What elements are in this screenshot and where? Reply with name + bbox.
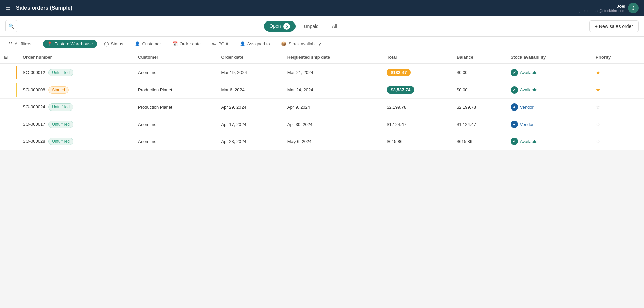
status-badge: Started: [48, 86, 69, 94]
total-cell: $615.86: [383, 133, 452, 150]
order-date: Apr 17, 2024: [221, 122, 246, 127]
filter-chip-assigned-to[interactable]: 👤 Assigned to: [235, 39, 274, 48]
user-avatar[interactable]: J: [628, 3, 639, 13]
ship-date: Mar 21, 2024: [287, 70, 313, 75]
order-date-cell: Mar 6, 2024: [217, 81, 283, 99]
col-indicator: [16, 51, 19, 63]
new-sales-order-button[interactable]: + New sales order: [589, 20, 639, 32]
tab-all[interactable]: All: [327, 21, 343, 31]
priority-cell[interactable]: ★: [592, 63, 644, 81]
order-date: Apr 29, 2024: [221, 105, 246, 110]
filter-chip-customer[interactable]: 👤 Customer: [130, 39, 165, 48]
row-drag[interactable]: ⋮⋮: [0, 133, 16, 150]
topbar: ☰ Sales orders (Sample) Joel joel.tennan…: [0, 0, 644, 16]
priority-star[interactable]: ☆: [596, 104, 600, 110]
status-badge: Unfulfilled: [48, 69, 73, 76]
priority-star[interactable]: ★: [596, 70, 600, 75]
row-drag[interactable]: ⋮⋮: [0, 99, 16, 116]
filter-chip-warehouse[interactable]: 📍 Eastern Warehouse: [43, 40, 97, 48]
row-indicator: [16, 81, 19, 99]
table-row[interactable]: ⋮⋮ SO-000028 Unfulfilled Anom Inc. Apr 2…: [0, 133, 644, 150]
customer-cell[interactable]: Production Planet: [134, 99, 217, 116]
order-number-cell[interactable]: SO-000024 Unfulfilled: [19, 99, 134, 116]
col-check: ⊞: [0, 51, 16, 63]
total-cell: $182.47: [383, 63, 452, 81]
row-indicator: [16, 63, 19, 81]
col-priority[interactable]: Priority ↑: [592, 51, 644, 63]
location-icon: 📍: [47, 41, 52, 46]
ship-date-cell: Apr 9, 2024: [283, 99, 383, 116]
all-filters-button[interactable]: ☷ All filters: [5, 40, 35, 48]
order-date: Mar 19, 2024: [221, 70, 247, 75]
row-indicator: [16, 116, 19, 133]
stock-cell: ✓ Available: [506, 63, 592, 81]
table-row[interactable]: ⋮⋮ SO-000008 Started Production Planet M…: [0, 81, 644, 99]
priority-star[interactable]: ★: [596, 87, 600, 93]
table-row[interactable]: ⋮⋮ SO-000024 Unfulfilled Production Plan…: [0, 99, 644, 116]
customer-cell[interactable]: Anom Inc.: [134, 63, 217, 81]
priority-cell[interactable]: ☆: [592, 99, 644, 116]
order-number-cell[interactable]: SO-000028 Unfulfilled: [19, 133, 134, 150]
priority-star[interactable]: ☆: [596, 122, 600, 127]
filter-chip-status[interactable]: ◯ Status: [100, 39, 128, 48]
stock-available: ✓ Available: [511, 69, 588, 76]
hamburger-menu-icon[interactable]: ☰: [5, 4, 11, 12]
priority-cell[interactable]: ★: [592, 81, 644, 99]
stock-cell: ● Vendor: [506, 116, 592, 133]
order-number-cell[interactable]: SO-000008 Started: [19, 81, 134, 99]
customer-cell[interactable]: Anom Inc.: [134, 116, 217, 133]
search-button[interactable]: 🔍: [5, 20, 17, 32]
order-number: SO-000012: [23, 70, 45, 75]
order-number: SO-000024: [23, 104, 45, 109]
stock-cell: ● Vendor: [506, 99, 592, 116]
balance-cell: $2,199.78: [452, 99, 506, 116]
app-title: Sales orders (Sample): [16, 5, 72, 11]
order-number: SO-000008: [23, 87, 45, 92]
filter-chip-stock[interactable]: 📦 Stock availability: [277, 39, 325, 48]
order-number-cell[interactable]: SO-000017 Unfulfilled: [19, 116, 134, 133]
balance-cell: $0.00: [452, 63, 506, 81]
table-row[interactable]: ⋮⋮ SO-000017 Unfulfilled Anom Inc. Apr 1…: [0, 116, 644, 133]
customer-cell[interactable]: Production Planet: [134, 81, 217, 99]
row-drag[interactable]: ⋮⋮: [0, 81, 16, 99]
ship-date-cell: Mar 21, 2024: [283, 63, 383, 81]
status-badge: Unfulfilled: [48, 121, 73, 128]
customer-name: Production Planet: [138, 87, 172, 92]
order-number-cell[interactable]: SO-000012 Unfulfilled: [19, 63, 134, 81]
order-date-cell: Apr 17, 2024: [217, 116, 283, 133]
priority-cell[interactable]: ☆: [592, 116, 644, 133]
priority-star[interactable]: ☆: [596, 139, 600, 144]
balance-value: $2,199.78: [457, 105, 476, 110]
order-date-cell: Apr 23, 2024: [217, 133, 283, 150]
ship-date-cell: Apr 30, 2024: [283, 116, 383, 133]
open-count: 5: [283, 23, 290, 30]
order-date-cell: Apr 29, 2024: [217, 99, 283, 116]
row-drag[interactable]: ⋮⋮: [0, 116, 16, 133]
balance-value: $0.00: [457, 87, 468, 92]
assigned-person-icon: 👤: [240, 41, 245, 46]
table-row[interactable]: ⋮⋮ SO-000012 Unfulfilled Anom Inc. Mar 1…: [0, 63, 644, 81]
tab-unpaid[interactable]: Unpaid: [298, 21, 324, 31]
priority-cell[interactable]: ☆: [592, 133, 644, 150]
stock-vendor: ● Vendor: [511, 121, 588, 128]
filter-chip-po[interactable]: 🏷 PO #: [208, 39, 233, 48]
total-badge: $182.47: [387, 69, 411, 76]
main-content: 🔍 Open 5 Unpaid All + New sales order ☷ …: [0, 16, 644, 308]
tab-open[interactable]: Open 5: [264, 21, 296, 32]
total-value: $2,199.78: [387, 105, 406, 110]
customer-cell[interactable]: Anom Inc.: [134, 133, 217, 150]
order-number: SO-000028: [23, 139, 45, 144]
total-badge: $3,537.74: [387, 86, 414, 94]
total-cell: $2,199.78: [383, 99, 452, 116]
orders-table: ⊞ Order number Customer Order date Reque…: [0, 51, 644, 150]
stock-cell: ✓ Available: [506, 133, 592, 150]
row-indicator: [16, 99, 19, 116]
check-icon: ✓: [511, 138, 518, 145]
vendor-icon: ●: [511, 103, 518, 111]
order-date-cell: Mar 19, 2024: [217, 63, 283, 81]
ship-date-cell: May 6, 2024: [283, 133, 383, 150]
check-icon: ✓: [511, 86, 518, 94]
row-drag[interactable]: ⋮⋮: [0, 63, 16, 81]
filter-chip-order-date[interactable]: 📅 Order date: [168, 39, 205, 48]
box-icon: 📦: [281, 41, 286, 46]
